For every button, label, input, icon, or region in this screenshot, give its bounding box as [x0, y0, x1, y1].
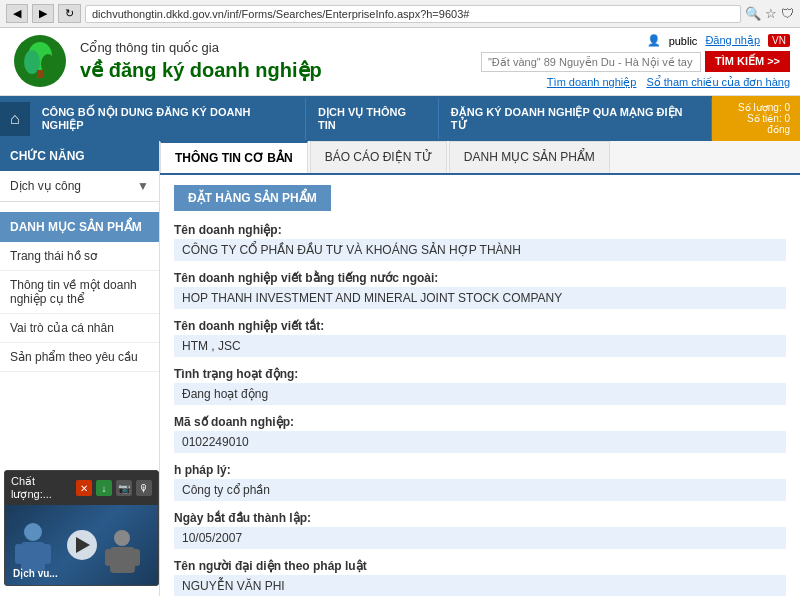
sidebar-item-trang-thai[interactable]: Trang thái hồ sơ: [0, 242, 159, 271]
header-right: 👤 public Đăng nhập VN TÌM KIẾM >> Tìm do…: [481, 34, 790, 89]
video-widget-header: Chất lượng:... ✕ ↓ 📷 🎙: [5, 471, 158, 505]
svg-point-3: [41, 54, 55, 74]
user-label: public: [669, 35, 698, 47]
label-ten-dn: Tên doanh nghiệp:: [174, 223, 786, 237]
video-close-button[interactable]: ✕: [76, 480, 92, 496]
sidebar-dich-vu-item[interactable]: Dịch vụ công ▼: [0, 171, 159, 202]
chevron-down-icon: ▼: [137, 179, 149, 193]
search-row: TÌM KIẾM >>: [481, 51, 790, 72]
svg-rect-7: [15, 544, 23, 564]
video-widget-title: Chất lượng:...: [11, 475, 76, 501]
shield-icon: 🛡: [781, 6, 794, 21]
user-icon: 👤: [647, 34, 661, 47]
label-hinh-phap-ly: h pháp lý:: [174, 463, 786, 477]
site-top-line: Cổng thông tin quốc gia: [80, 40, 322, 57]
cart-total: Số tiền: 0 đồng: [722, 113, 790, 135]
value-tinh-trang: Đang hoạt động: [174, 383, 786, 405]
video-label: Dịch vu...: [13, 568, 58, 579]
value-hinh-phap-ly: Công ty cổ phần: [174, 479, 786, 501]
header-search-button[interactable]: TÌM KIẾM >>: [705, 51, 790, 72]
svg-rect-11: [105, 549, 112, 566]
label-ten-nuoc-ngoai: Tên doanh nghiệp viết bằng tiếng nước ng…: [174, 271, 786, 285]
order-reference-link[interactable]: Sổ tham chiếu của đơn hàng: [646, 76, 790, 89]
label-tinh-trang: Tình trạng hoạt động:: [174, 367, 786, 381]
label-ngay-thanh-lap: Ngày bắt đầu thành lập:: [174, 511, 786, 525]
nav-item-dich-vu[interactable]: DỊCH VỤ THÔNG TIN: [306, 98, 439, 139]
field-ten-dn: Tên doanh nghiệp: CÔNG TY CỔ PHẦN ĐẦU TƯ…: [174, 223, 786, 261]
video-minimize-button[interactable]: ↓: [96, 480, 112, 496]
field-ten-viet-tat: Tên doanh nghiệp viết tắt: HTM , JSC: [174, 319, 786, 357]
label-dai-dien: Tên người đại diện theo pháp luật: [174, 559, 786, 573]
search-links: Tìm doanh nghiệp Sổ tham chiếu của đơn h…: [547, 76, 790, 89]
header-search-input[interactable]: [481, 52, 701, 72]
main-nav: ⌂ CÔNG BỐ NỘI DUNG ĐĂNG KÝ DOANH NGHIỆP …: [0, 96, 800, 141]
flag-icon: VN: [768, 34, 790, 47]
site-logo: [10, 34, 70, 89]
field-ten-nuoc-ngoai: Tên doanh nghiệp viết bằng tiếng nước ng…: [174, 271, 786, 309]
nav-item-dang-ky[interactable]: ĐĂNG KÝ DOANH NGHIỆP QUA MẠNG ĐIỆN TỬ: [439, 98, 712, 140]
site-main-line: về đăng ký doanh nghiệp: [80, 57, 322, 83]
tabs: THÔNG TIN CƠ BẢN BÁO CÁO ĐIỆN TỬ DANH MỤ…: [160, 141, 800, 175]
svg-point-5: [24, 523, 42, 541]
tab-thong-tin-co-ban[interactable]: THÔNG TIN CƠ BẢN: [160, 141, 308, 173]
main-content: THÔNG TIN CƠ BẢN BÁO CÁO ĐIỆN TỬ DANH MỤ…: [160, 141, 800, 596]
field-hinh-phap-ly: h pháp lý: Công ty cổ phần: [174, 463, 786, 501]
field-dai-dien: Tên người đại diện theo pháp luật NGUYỄN…: [174, 559, 786, 596]
find-enterprise-link[interactable]: Tìm doanh nghiệp: [547, 76, 637, 89]
value-ten-nuoc-ngoai: HOP THANH INVESTMENT AND MINERAL JOINT S…: [174, 287, 786, 309]
svg-rect-8: [43, 544, 51, 564]
label-ten-viet-tat: Tên doanh nghiệp viết tắt:: [174, 319, 786, 333]
tab-bao-cao-dien-tu[interactable]: BÁO CÁO ĐIỆN TỬ: [310, 141, 447, 173]
value-ngay-thanh-lap: 10/05/2007: [174, 527, 786, 549]
login-link[interactable]: Đăng nhập: [705, 34, 760, 47]
video-thumbnail: Dịch vu...: [5, 505, 158, 585]
site-title: Cổng thông tin quốc gia về đăng ký doanh…: [80, 40, 322, 83]
back-btn[interactable]: ◀: [6, 4, 28, 23]
sidebar-danh-muc-header: DANH MỤC SẢN PHẨM: [0, 212, 159, 242]
url-bar[interactable]: [85, 5, 741, 23]
svg-rect-12: [133, 549, 140, 566]
nav-home-button[interactable]: ⌂: [0, 102, 30, 136]
svg-rect-10: [110, 547, 135, 573]
sidebar-item-san-pham[interactable]: Sản phẩm theo yêu cầu: [0, 343, 159, 372]
video-widget: Chất lượng:... ✕ ↓ 📷 🎙 Dịch vu...: [4, 470, 159, 586]
video-play-button[interactable]: [67, 530, 97, 560]
browser-bar: ◀ ▶ ↻ 🔍 ☆ 🛡: [0, 0, 800, 28]
tab-danh-muc-san-pham[interactable]: DANH MỤC SẢN PHẨM: [449, 141, 610, 173]
play-triangle-icon: [76, 537, 90, 553]
value-dai-dien: NGUYỄN VĂN PHI: [174, 575, 786, 596]
video-mic-button[interactable]: 🎙: [136, 480, 152, 496]
sidebar-item-thong-tin[interactable]: Thông tin về một doanh nghiệp cụ thể: [0, 271, 159, 314]
sidebar-dich-vu-label: Dịch vụ công: [10, 179, 81, 193]
refresh-btn[interactable]: ↻: [58, 4, 81, 23]
video-camera-button[interactable]: 📷: [116, 480, 132, 496]
field-tinh-trang: Tình trạng hoạt động: Đang hoạt động: [174, 367, 786, 405]
svg-point-9: [114, 530, 130, 546]
search-icon: 🔍: [745, 6, 761, 21]
video-widget-controls: ✕ ↓ 📷 🎙: [76, 480, 152, 496]
cart-count: Số lượng: 0: [722, 102, 790, 113]
site-header: Cổng thông tin quốc gia về đăng ký doanh…: [0, 28, 800, 96]
sidebar-chuc-nang-header: CHỨC NĂNG: [0, 141, 159, 171]
field-ma-so: Mã số doanh nghiệp: 0102249010: [174, 415, 786, 453]
nav-item-cong-bo[interactable]: CÔNG BỐ NỘI DUNG ĐĂNG KÝ DOANH NGHIỆP: [30, 98, 306, 140]
value-ten-dn: CÔNG TY CỔ PHẦN ĐẦU TƯ VÀ KHOÁNG SẢN HỢP…: [174, 239, 786, 261]
info-content: ĐẶT HÀNG SẢN PHẨM Tên doanh nghiệp: CÔNG…: [160, 175, 800, 596]
label-ma-so: Mã số doanh nghiệp:: [174, 415, 786, 429]
video-person-right: [105, 529, 140, 577]
sidebar-item-vai-tro[interactable]: Vai trò của cá nhân: [0, 314, 159, 343]
field-ngay-thanh-lap: Ngày bắt đầu thành lập: 10/05/2007: [174, 511, 786, 549]
nav-cart: Số lượng: 0 Số tiền: 0 đồng: [712, 96, 800, 141]
value-ma-so: 0102249010: [174, 431, 786, 453]
svg-rect-4: [37, 70, 43, 78]
user-bar: 👤 public Đăng nhập VN: [647, 34, 790, 47]
logo-area: Cổng thông tin quốc gia về đăng ký doanh…: [10, 34, 322, 89]
bookmark-icon: ☆: [765, 6, 777, 21]
value-ten-viet-tat: HTM , JSC: [174, 335, 786, 357]
forward-btn[interactable]: ▶: [32, 4, 54, 23]
dat-hang-button[interactable]: ĐẶT HÀNG SẢN PHẨM: [174, 185, 331, 211]
